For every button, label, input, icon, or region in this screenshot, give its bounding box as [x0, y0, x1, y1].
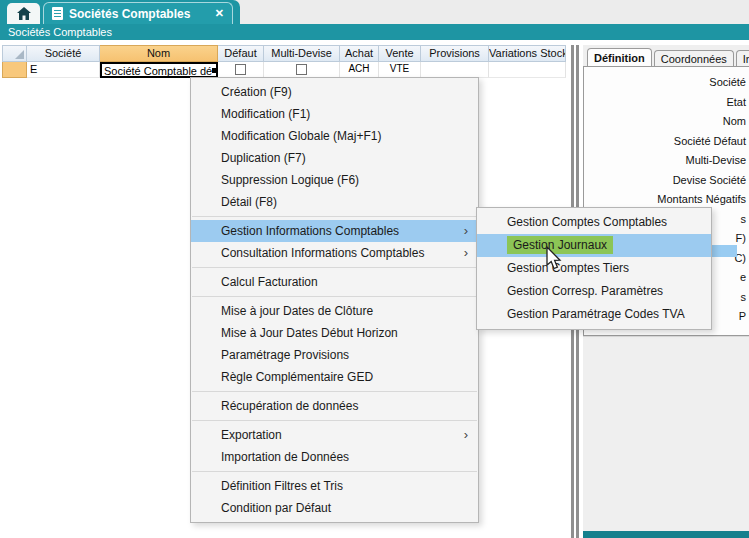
cell-defaut[interactable] [218, 62, 264, 78]
column-header-defaut[interactable]: Défaut [218, 45, 264, 62]
column-header-achat[interactable]: Achat [340, 45, 379, 62]
cell-societe[interactable]: E [27, 62, 100, 78]
submenu-item-gestion-parametrage-codes-tva[interactable]: Gestion Paramétrage Codes TVA [477, 303, 711, 326]
cell-multi-devise[interactable] [264, 62, 340, 78]
menu-separator [192, 391, 477, 392]
row-selector-cell[interactable] [2, 62, 27, 78]
menu-item-condition-par-defaut[interactable]: Condition par Défaut [191, 497, 478, 519]
menu-item-calcul-facturation[interactable]: Calcul Facturation [191, 271, 478, 293]
menu-separator [192, 216, 477, 217]
column-header-vente[interactable]: Vente [379, 45, 421, 62]
tab-societes-comptables[interactable]: Sociétés Comptables ✕ [43, 2, 233, 24]
field-label-devise-societe: Devise Société [584, 171, 749, 191]
submenu-item-gestion-comptes-comptables[interactable]: Gestion Comptes Comptables [477, 211, 711, 234]
submenu-arrow-icon: › [464, 220, 468, 242]
cell-vente[interactable]: VTE [379, 62, 421, 78]
menu-item-detail[interactable]: Détail (F8) [191, 191, 478, 213]
app-window: Sociétés Comptables ✕ Sociétés Comptable… [0, 0, 749, 538]
panel-bottom-bar [583, 531, 749, 538]
submenu-item-gestion-comptes-tiers[interactable]: Gestion Comptes Tiers [477, 257, 711, 280]
field-label-societe: Société [584, 73, 749, 93]
menu-separator [192, 267, 477, 268]
menu-item-suppression-logique[interactable]: Suppression Logique (F6) [191, 169, 478, 191]
column-header-societe[interactable]: Société [27, 45, 100, 62]
menu-separator [192, 296, 477, 297]
menu-item-creation[interactable]: Création (F9) [191, 81, 478, 103]
selected-field-highlight [709, 245, 737, 257]
column-header-multi-devise[interactable]: Multi-Devise [264, 45, 340, 62]
tab-strip: Sociétés Comptables ✕ [0, 0, 749, 24]
menu-item-maj-dates-cloture[interactable]: Mise à jour Dates de Clôture [191, 300, 478, 322]
menu-item-parametrage-provisions[interactable]: Paramétrage Provisions [191, 344, 478, 366]
table-header-row: Société Nom Défaut Multi-Devise Achat Ve… [2, 45, 566, 62]
context-menu: Création (F9) Modification (F1) Modifica… [190, 77, 479, 523]
multi-devise-checkbox[interactable] [296, 64, 307, 75]
tab-coordonnees[interactable]: Coordonnées [654, 50, 734, 67]
submenu-item-gestion-journaux[interactable]: Gestion Journaux [477, 234, 711, 257]
submenu-arrow-icon: › [464, 242, 468, 264]
menu-item-maj-dates-debut-horizon[interactable]: Mise à Jour Dates Début Horizon [191, 322, 478, 344]
submenu-item-gestion-corresp-parametres[interactable]: Gestion Corresp. Paramètres [477, 280, 711, 303]
menu-separator [192, 420, 477, 421]
menu-item-consultation-informations-comptables[interactable]: Consultation Informations Comptables› [191, 242, 478, 264]
field-label-societe-defaut: Société Défaut [584, 132, 749, 152]
panel-empty-area [583, 336, 749, 531]
cell-nom-selected[interactable]: Société Comptable dé [100, 62, 218, 78]
field-label-multi-devise: Multi-Devise [584, 151, 749, 171]
detail-tabs: Définition Coordonnées In [583, 45, 749, 67]
submenu-arrow-icon: › [464, 424, 468, 446]
document-icon [52, 7, 63, 20]
menu-item-duplication[interactable]: Duplication (F7) [191, 147, 478, 169]
menu-item-definition-filtres-tris[interactable]: Définition Filtres et Tris [191, 475, 478, 497]
defaut-checkbox[interactable] [235, 64, 246, 75]
menu-item-modification[interactable]: Modification (F1) [191, 103, 478, 125]
menu-item-gestion-informations-comptables[interactable]: Gestion Informations Comptables› [191, 220, 478, 242]
field-label-nom: Nom [584, 112, 749, 132]
cell-achat[interactable]: ACH [340, 62, 379, 78]
cell-provisions[interactable] [421, 62, 489, 78]
breadcrumb: Sociétés Comptables [0, 24, 749, 40]
menu-item-recuperation-donnees[interactable]: Récupération de données [191, 395, 478, 417]
tab-label: Sociétés Comptables [69, 7, 190, 21]
mouse-cursor-icon [545, 246, 563, 272]
cell-variations-stock[interactable] [489, 62, 566, 78]
tab-definition[interactable]: Définition [587, 48, 652, 67]
field-label-etat: Etat [584, 93, 749, 113]
corner-triangle-icon [15, 50, 24, 59]
menu-item-modification-globale[interactable]: Modification Globale (Maj+F1) [191, 125, 478, 147]
table-row[interactable]: E Société Comptable dé ACH VTE [2, 62, 566, 78]
column-header-provisions[interactable]: Provisions [421, 45, 489, 62]
selection-handle[interactable] [212, 68, 217, 73]
companies-table: Société Nom Défaut Multi-Devise Achat Ve… [2, 45, 566, 78]
menu-item-exportation[interactable]: Exportation› [191, 424, 478, 446]
tab-close-icon[interactable]: ✕ [215, 8, 224, 19]
corner-header-cell[interactable] [2, 45, 27, 62]
menu-item-regle-complementaire-ged[interactable]: Règle Complémentaire GED [191, 366, 478, 388]
tab-in-truncated[interactable]: In [736, 50, 749, 67]
menu-separator [192, 471, 477, 472]
home-tab[interactable] [7, 3, 40, 24]
submenu-gestion-informations: Gestion Comptes Comptables Gestion Journ… [476, 207, 712, 330]
home-icon [17, 7, 31, 20]
column-header-nom[interactable]: Nom [100, 45, 218, 62]
column-header-variations-stock[interactable]: Variations Stock [489, 45, 566, 62]
menu-item-importation-donnees[interactable]: Importation de Données [191, 446, 478, 468]
